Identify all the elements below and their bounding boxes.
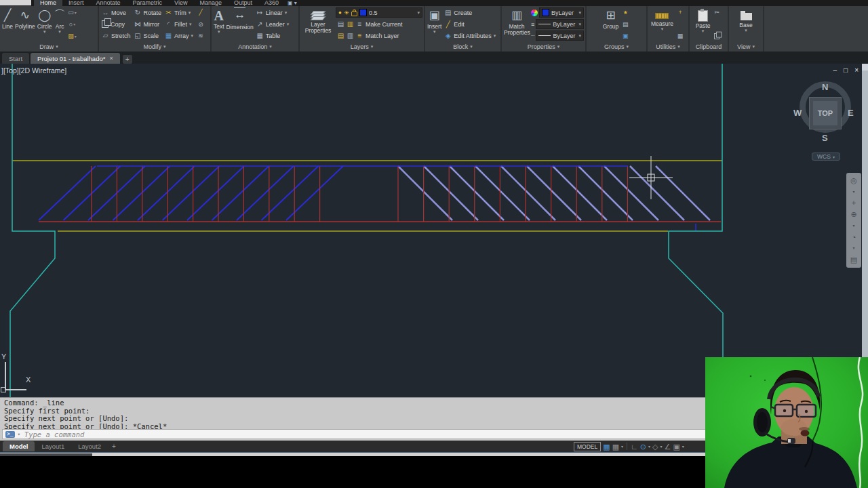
base-button[interactable]: Base ▾	[738, 7, 753, 41]
ribbon-display-toggle[interactable]: ▣ ▾	[285, 0, 300, 6]
erase-button[interactable]: ╱	[195, 7, 206, 17]
start-tab[interactable]: Start	[2, 53, 29, 64]
mirror-button[interactable]: ⋈Mirror	[133, 19, 163, 29]
chevron-down-icon[interactable]: ▾	[18, 432, 20, 437]
panel-groups-footer[interactable]: Groups▾	[587, 42, 646, 52]
linear-button[interactable]: ↦Linear▾	[255, 7, 291, 18]
create-block-button[interactable]: ▤Create	[443, 7, 497, 18]
copy-button[interactable]: Copy	[100, 19, 132, 29]
polyline-button[interactable]: ∿ Polyline	[14, 7, 36, 41]
viewcube-south[interactable]: S	[822, 133, 828, 143]
layer-on-icon[interactable]: ●	[338, 9, 342, 16]
layout1-tab[interactable]: Layout1	[35, 441, 71, 451]
make-current-button[interactable]: ▤ ▥ ≡ Make Current	[336, 19, 422, 29]
layer-color-swatch[interactable]	[359, 9, 367, 16]
panel-block-footer[interactable]: Block▾	[425, 42, 500, 52]
panel-annotation-footer[interactable]: Annotation▾	[212, 42, 298, 52]
lineweight-icon[interactable]: ≡	[531, 20, 534, 29]
chevron-down-icon[interactable]: ▾	[621, 444, 623, 449]
group-edit-button[interactable]: ▤	[620, 20, 631, 29]
tab-output[interactable]: Output	[228, 0, 258, 6]
viewcube-east[interactable]: E	[848, 108, 854, 118]
steering-wheel-icon[interactable]: ◎	[850, 177, 857, 184]
viewcube-north[interactable]: N	[822, 82, 828, 92]
polar-toggle-icon[interactable]: ⊙	[640, 442, 646, 451]
tab-insert[interactable]: Insert	[62, 0, 90, 6]
cut-button[interactable]: ✂	[711, 7, 722, 17]
ortho-toggle-icon[interactable]: ∟	[631, 442, 638, 451]
command-prompt-icon[interactable]: >_	[5, 431, 15, 438]
group-select-button[interactable]: ▣	[620, 31, 631, 41]
layer-freeze-icon[interactable]: ☀	[344, 9, 349, 16]
pan-icon[interactable]: +	[852, 199, 856, 207]
quick-access-toolbar[interactable]	[0, 0, 31, 5]
rotate-button[interactable]: ↻Rotate	[133, 7, 163, 18]
line-button[interactable]: ╱ Line	[1, 7, 14, 41]
lineweight-select[interactable]: ByLayer ▾	[536, 19, 584, 29]
showmotion-icon[interactable]: ▤	[850, 256, 857, 264]
panel-properties-footer[interactable]: Properties▾	[502, 42, 585, 52]
panel-layers-footer[interactable]: Layers▾	[300, 42, 424, 52]
hatch-button[interactable]: ▨▾	[67, 31, 78, 41]
model-space-button[interactable]: MODEL	[574, 442, 601, 451]
zoom-icon[interactable]: ⊕	[850, 211, 856, 218]
rectangle-button[interactable]: ▭▾	[67, 7, 78, 17]
restore-icon[interactable]: □	[844, 66, 848, 74]
dimension-button[interactable]: ↔ Dimension	[226, 7, 254, 41]
close-tab-icon[interactable]: ×	[109, 55, 113, 62]
tab-view[interactable]: View	[168, 0, 193, 6]
group-button[interactable]: ⊞ Group	[602, 7, 620, 41]
panel-utilities-footer[interactable]: Utilities▾	[648, 42, 688, 52]
drawing-viewport[interactable]: ][Top][2D Wireframe] – □ × N W E S TOP W…	[0, 64, 868, 397]
otrack-toggle-icon[interactable]: ∠	[665, 442, 671, 451]
layer-properties-button[interactable]: Layer Properties	[301, 7, 335, 41]
tab-annotate[interactable]: Annotate	[90, 0, 127, 6]
tab-parametric[interactable]: Parametric	[127, 0, 169, 6]
edit-block-button[interactable]: ╱Edit	[443, 19, 497, 29]
grid-toggle-icon[interactable]: ▦	[603, 442, 610, 451]
circle-button[interactable]: ◯ Circle ▾	[37, 7, 53, 41]
id-point-button[interactable]: +	[675, 7, 686, 17]
text-button[interactable]: A Text ▾	[213, 7, 225, 41]
insert-button[interactable]: ▣ Insert ▾	[427, 7, 442, 41]
fillet-button[interactable]: ◜Fillet▾	[163, 19, 195, 29]
viewport-controls[interactable]: ][Top][2D Wireframe]	[1, 66, 66, 75]
match-properties-button[interactable]: ▥ Match Properties	[503, 7, 530, 41]
wcs-menu[interactable]: WCS▾	[812, 152, 840, 161]
quick-calc-button[interactable]: ▦	[675, 31, 686, 41]
tab-a360[interactable]: A360	[258, 0, 285, 6]
linetype-icon[interactable]: ┄	[531, 31, 534, 41]
minimize-icon[interactable]: –	[833, 66, 837, 74]
table-button[interactable]: ▦Table	[255, 30, 291, 41]
chevron-down-icon[interactable]: ▾	[682, 444, 684, 449]
snap-toggle-icon[interactable]: ▦	[612, 442, 619, 451]
model-tab[interactable]: Model	[3, 441, 35, 451]
new-layout-button[interactable]: +	[108, 443, 120, 450]
ellipse-button[interactable]: ○▾	[67, 20, 78, 29]
explode-button[interactable]: ⊘	[195, 20, 206, 29]
close-icon[interactable]: ×	[854, 66, 859, 74]
object-color-select[interactable]: ByLayer ▾	[539, 7, 584, 18]
osnap-toggle-icon[interactable]: ▣	[673, 442, 679, 451]
linetype-select[interactable]: ByLayer ▾	[536, 30, 584, 41]
panel-draw-footer[interactable]: Draw▾	[0, 42, 98, 52]
viewcube-west[interactable]: W	[793, 108, 802, 118]
new-tab-button[interactable]: +	[123, 55, 132, 64]
chevron-down-icon[interactable]: ▾	[660, 444, 663, 449]
match-layer-button[interactable]: ▤ ▥ ≡ Match Layer	[336, 30, 422, 41]
ungroup-button[interactable]: ★	[620, 7, 631, 17]
vertical-scrollbar[interactable]	[862, 64, 868, 397]
viewcube-top-face[interactable]: TOP	[809, 97, 842, 129]
layout2-tab[interactable]: Layout2	[71, 441, 108, 451]
orbit-icon[interactable]: ◔	[852, 234, 856, 241]
leader-button[interactable]: ↗Leader▾	[255, 19, 291, 29]
trim-button[interactable]: ✂Trim▾	[163, 7, 195, 18]
array-button[interactable]: ▦Array▾	[163, 30, 195, 41]
stretch-button[interactable]: ▱Stretch	[100, 30, 132, 41]
arc-button[interactable]: ⌒ Arc ▾	[54, 7, 66, 41]
panel-view-footer[interactable]: View▾	[729, 42, 763, 52]
paste-button[interactable]: Paste ▾	[695, 7, 711, 41]
scale-button[interactable]: ◱Scale	[133, 30, 163, 41]
document-tab[interactable]: Projeto 01 - trabalhado* ×	[31, 53, 120, 64]
measure-button[interactable]: Measure ▾	[650, 7, 674, 41]
